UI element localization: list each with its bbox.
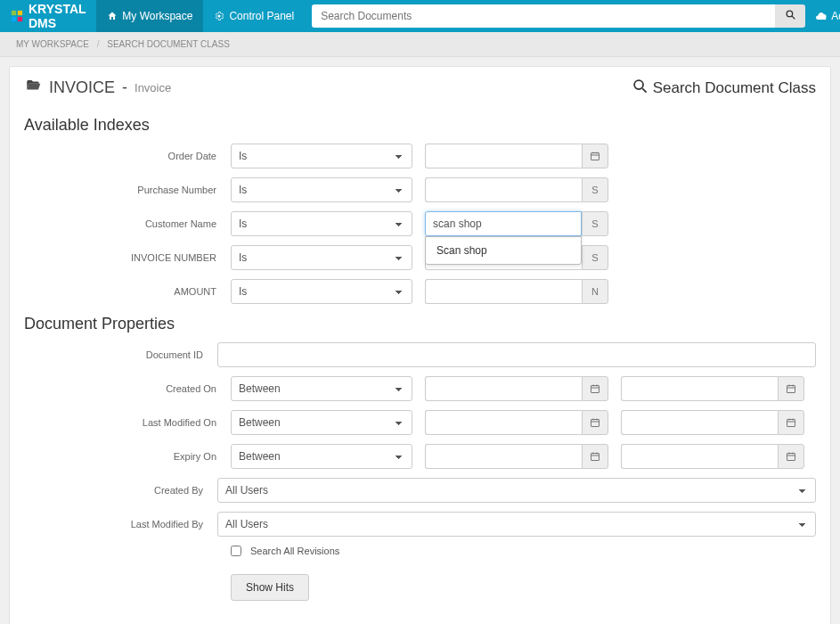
label-invoice-number: INVOICE NUMBER	[24, 252, 231, 263]
section-document-properties: Document Properties	[24, 315, 816, 333]
calendar-icon[interactable]	[582, 444, 608, 469]
nav-my-workspace[interactable]: My Workspace	[96, 0, 203, 32]
customer-name-operator[interactable]: Is	[231, 211, 412, 236]
label-created-by: Created By	[24, 485, 217, 496]
customer-name-value[interactable]	[425, 211, 582, 236]
nav-label: Control Panel	[229, 10, 294, 22]
label-expiry-on: Expiry On	[24, 451, 231, 462]
type-badge-string: S	[582, 245, 608, 270]
brand: KRYSTAL DMS	[0, 2, 96, 30]
svg-rect-2	[12, 17, 16, 21]
gears-icon	[214, 11, 224, 21]
type-badge-string: S	[582, 211, 608, 236]
search-all-revisions-checkbox[interactable]	[231, 546, 241, 556]
search-class-label: Search Document Class	[653, 79, 816, 97]
brand-logo-icon	[11, 10, 23, 22]
nav-add-document[interactable]: Add Document	[805, 0, 840, 32]
label-document-id: Document ID	[24, 349, 217, 360]
svg-rect-1	[18, 11, 22, 15]
nav-label: Add Document	[831, 10, 840, 22]
breadcrumb: MY WORKSPACE / SEARCH DOCUMENT CLASS	[0, 32, 840, 57]
purchase-number-value[interactable]	[425, 177, 582, 202]
svg-point-5	[787, 11, 793, 17]
type-badge-number: N	[582, 279, 608, 304]
calendar-icon[interactable]	[582, 144, 608, 168]
calendar-icon[interactable]	[778, 410, 804, 435]
expiry-on-to[interactable]	[621, 444, 778, 469]
search-all-revisions-label: Search All Revisions	[250, 546, 339, 556]
svg-rect-28	[787, 420, 795, 427]
amount-operator[interactable]: Is	[231, 279, 412, 304]
cloud-upload-icon	[816, 11, 827, 21]
svg-line-11	[642, 88, 646, 92]
search-icon	[785, 9, 796, 23]
label-order-date: Order Date	[24, 151, 231, 161]
search-icon	[632, 78, 648, 98]
top-nav-bar: KRYSTAL DMS My Workspace Control Panel A…	[0, 0, 840, 32]
order-date-operator[interactable]: Is	[231, 144, 412, 168]
nav-control-panel[interactable]: Control Panel	[203, 0, 305, 32]
calendar-icon[interactable]	[582, 410, 608, 435]
expiry-on-operator[interactable]: Between	[231, 444, 412, 469]
invoice-number-operator[interactable]: Is	[231, 245, 412, 270]
svg-rect-32	[591, 454, 599, 461]
created-on-operator[interactable]: Between	[231, 376, 412, 401]
global-search	[312, 4, 805, 28]
search-input[interactable]	[312, 4, 775, 28]
last-modified-on-to[interactable]	[621, 410, 778, 435]
document-id-input[interactable]	[217, 342, 816, 367]
label-purchase-number: Purchase Number	[24, 185, 231, 195]
search-button[interactable]	[775, 4, 805, 28]
home-icon	[107, 11, 118, 21]
type-badge-string: S	[582, 177, 608, 202]
search-document-class-link[interactable]: Search Document Class	[632, 78, 816, 98]
created-on-from[interactable]	[425, 376, 582, 401]
svg-rect-24	[591, 420, 599, 427]
calendar-icon[interactable]	[778, 376, 804, 401]
label-last-modified-by: Last Modified By	[24, 519, 217, 530]
created-on-to[interactable]	[621, 376, 778, 401]
label-created-on: Created On	[24, 383, 231, 394]
title-dash: -	[122, 78, 127, 97]
svg-rect-12	[591, 153, 599, 160]
brand-text: KRYSTAL DMS	[29, 2, 86, 30]
show-hits-button[interactable]: Show Hits	[231, 574, 309, 601]
last-modified-by-select[interactable]: All Users	[217, 512, 816, 537]
label-customer-name: Customer Name	[24, 218, 231, 229]
calendar-icon[interactable]	[582, 376, 608, 401]
label-amount: AMOUNT	[24, 286, 231, 297]
svg-rect-36	[787, 454, 795, 461]
svg-point-10	[634, 80, 643, 89]
order-date-value[interactable]	[425, 144, 582, 168]
last-modified-on-operator[interactable]: Between	[231, 410, 412, 435]
crumb-current: SEARCH DOCUMENT CLASS	[107, 39, 230, 49]
crumb-separator: /	[97, 39, 100, 49]
folder-open-icon	[24, 78, 42, 98]
last-modified-on-from[interactable]	[425, 410, 582, 435]
created-by-select[interactable]: All Users	[217, 478, 816, 503]
purchase-number-operator[interactable]: Is	[231, 177, 412, 202]
svg-point-4	[218, 15, 221, 18]
crumb-root[interactable]: MY WORKSPACE	[16, 39, 89, 49]
svg-rect-3	[18, 17, 22, 21]
document-class-name: INVOICE	[49, 78, 115, 97]
svg-rect-16	[591, 386, 599, 393]
expiry-on-from[interactable]	[425, 444, 582, 469]
search-card: INVOICE - Invoice Search Document Class …	[9, 66, 831, 624]
calendar-icon[interactable]	[778, 444, 804, 469]
autocomplete-dropdown: Scan shop	[425, 236, 582, 265]
document-class-sub: Invoice	[135, 81, 171, 94]
section-available-indexes: Available Indexes	[24, 116, 816, 135]
amount-value[interactable]	[425, 279, 582, 304]
svg-line-6	[792, 16, 795, 19]
label-last-modified-on: Last Modified On	[24, 417, 231, 428]
autocomplete-item[interactable]: Scan shop	[426, 237, 581, 264]
nav-label: My Workspace	[122, 10, 192, 22]
svg-rect-0	[12, 11, 16, 15]
svg-rect-20	[787, 386, 795, 393]
